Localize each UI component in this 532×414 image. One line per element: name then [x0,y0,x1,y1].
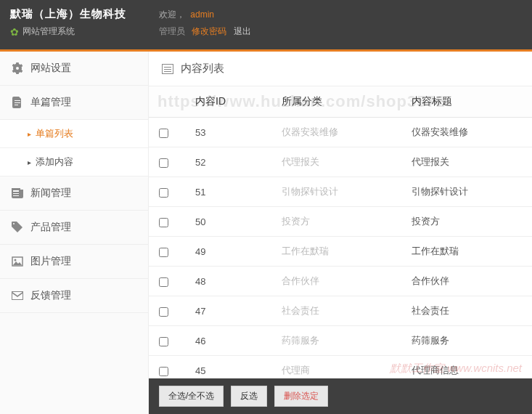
cell-category: 药筛服务 [271,326,402,356]
cell-id: 47 [185,296,271,326]
sidebar-item-product-mgmt[interactable]: 产品管理 [0,211,148,245]
news-icon [12,187,23,199]
row-checkbox[interactable] [159,277,168,287]
change-password-link[interactable]: 修改密码 [192,26,226,36]
col-id: 内容ID [185,86,271,118]
header-user-area: 欢迎， admin 管理员 修改密码 退出 [149,0,532,49]
row-checkbox[interactable] [159,188,168,198]
page-title: 内容列表 [149,52,532,86]
table-header-row: 内容ID 所属分类 内容标题 [149,86,532,118]
cell-id: 53 [185,118,271,147]
row-checkbox[interactable] [159,337,168,346]
sidebar-item-image-mgmt[interactable]: 图片管理 [0,245,148,279]
cell-category: 工作在默瑞 [271,237,402,267]
cell-category: 合作伙伴 [271,267,402,296]
sidebar-item-site-settings[interactable]: 网站设置 [0,52,148,86]
cell-id: 51 [185,177,271,207]
sidebar-item-feedback-mgmt[interactable]: 反馈管理 [0,279,148,313]
row-checkbox[interactable] [159,218,168,227]
cell-category: 投资方 [271,207,402,237]
sidebar-sub-add-content[interactable]: ▸ 添加内容 [0,148,148,176]
row-checkbox[interactable] [159,307,168,317]
main-content: 内容列表 https://www.huzhan.com/shop3572 内容I… [149,52,532,414]
col-category: 所属分类 [271,86,402,118]
table-row[interactable]: 49 工作在默瑞 工作在默瑞 [149,237,532,267]
cell-title: 投资方 [401,207,532,237]
row-checkbox[interactable] [159,367,168,376]
cell-id: 52 [185,147,271,177]
cell-id: 48 [185,267,271,296]
cell-id: 49 [185,237,271,267]
username: admin [190,9,214,20]
sub-nav-article: ▸ 单篇列表 ▸ 添加内容 [0,120,148,176]
cell-title: 药筛服务 [401,326,532,356]
cell-title: 代理报关 [401,147,532,177]
cell-category: 代理商 [271,356,402,379]
row-checkbox[interactable] [159,248,168,257]
leaf-icon: ✿ [10,26,19,38]
gear-icon [12,62,23,74]
cell-category: 代理报关 [271,147,402,177]
cell-category: 引物探针设计 [271,177,402,207]
document-icon [12,97,23,108]
brand-subtitle: ✿ 网站管理系统 [10,25,139,38]
col-title: 内容标题 [401,86,532,118]
list-icon [162,64,173,74]
table-row[interactable]: 46 药筛服务 药筛服务 [149,326,532,356]
cell-title: 仪器安装维修 [401,118,532,147]
cell-id: 50 [185,207,271,237]
cell-title: 合作伙伴 [401,267,532,296]
user-actions: 管理员 修改密码 退出 [159,25,522,38]
sidebar-item-article-mgmt[interactable]: 单篇管理 [0,86,148,120]
table-row[interactable]: 45 代理商 代理商信息 [149,356,532,379]
tag-icon [12,222,23,233]
row-checkbox[interactable] [159,158,168,168]
cell-category: 仪器安装维修 [271,118,402,147]
cell-title: 代理商信息 [401,356,532,379]
sidebar: 网站设置 单篇管理 ▸ 单篇列表 ▸ 添加内容 新闻管理 [0,52,149,414]
image-icon [12,256,23,267]
sidebar-item-news-mgmt[interactable]: 新闻管理 [0,176,148,211]
cell-category: 社会责任 [271,296,402,326]
cell-title: 社会责任 [401,296,532,326]
cell-title: 引物探针设计 [401,177,532,207]
svg-point-1 [15,259,17,261]
action-bar: 全选/全不选 反选 删除选定 [149,378,532,414]
invert-select-button[interactable]: 反选 [231,386,267,407]
content-table: 内容ID 所属分类 内容标题 53 仪器安装维修 仪器安装维修 52 代理报关 … [149,86,532,378]
logout-link[interactable]: 退出 [234,26,251,36]
role-label: 管理员 [159,26,185,36]
delete-selected-button[interactable]: 删除选定 [274,386,328,407]
table-container: https://www.huzhan.com/shop3572 内容ID 所属分… [149,86,532,378]
row-checkbox[interactable] [159,129,168,138]
col-checkbox [149,86,185,118]
table-row[interactable]: 51 引物探针设计 引物探针设计 [149,177,532,207]
table-row[interactable]: 47 社会责任 社会责任 [149,296,532,326]
cell-id: 46 [185,326,271,356]
table-row[interactable]: 52 代理报关 代理报关 [149,147,532,177]
header: 默瑞（上海）生物科技 ✿ 网站管理系统 欢迎， admin 管理员 修改密码 退… [0,0,532,49]
mail-icon [12,290,23,301]
caret-right-icon: ▸ [28,130,31,138]
welcome-line: 欢迎， admin [159,9,522,21]
brand-title: 默瑞（上海）生物科技 [10,7,139,21]
cell-title: 工作在默瑞 [401,237,532,267]
select-all-button[interactable]: 全选/全不选 [159,386,224,407]
brand-block: 默瑞（上海）生物科技 ✿ 网站管理系统 [0,0,149,49]
table-row[interactable]: 50 投资方 投资方 [149,207,532,237]
sidebar-sub-article-list[interactable]: ▸ 单篇列表 [0,120,148,148]
table-row[interactable]: 53 仪器安装维修 仪器安装维修 [149,118,532,147]
table-row[interactable]: 48 合作伙伴 合作伙伴 [149,267,532,296]
cell-id: 45 [185,356,271,379]
caret-right-icon: ▸ [28,158,31,166]
